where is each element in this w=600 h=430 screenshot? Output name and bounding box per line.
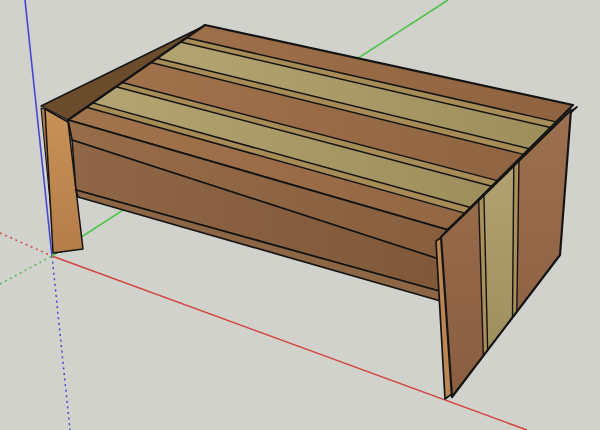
3d-model-canvas[interactable] bbox=[0, 0, 600, 430]
axis-y-negative bbox=[0, 256, 52, 284]
axis-z-negative bbox=[52, 256, 70, 430]
axis-x-negative bbox=[0, 233, 52, 256]
sketchup-viewport[interactable] bbox=[0, 0, 600, 430]
